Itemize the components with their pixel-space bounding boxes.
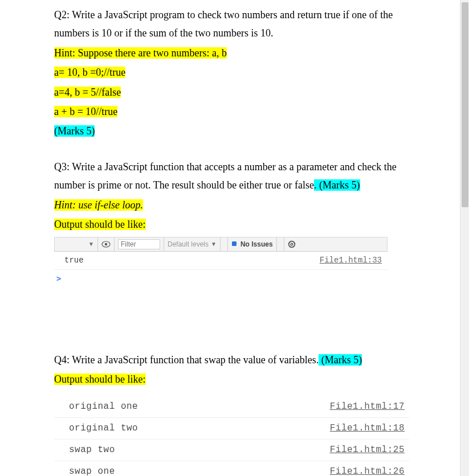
q2-example-1: a= 10, b =0;//true [54, 63, 415, 81]
q2-hint: Hint: Suppose there are two numbers: a, … [54, 44, 415, 62]
console-source-link[interactable]: File1.html:26 [330, 463, 405, 476]
devtools-console-body: true File1.html:33 > [54, 252, 388, 288]
q4-question-text: Q4: Write a JavaScript function that swa… [54, 354, 319, 366]
eye-icon [101, 241, 111, 248]
flag-icon [231, 241, 238, 248]
gear-icon [288, 240, 296, 248]
console-log-row: original two File1.html:18 [54, 418, 409, 440]
console-source-link[interactable]: File1.html:25 [330, 442, 405, 458]
devtools-console-body: original one File1.html:17 original two … [54, 396, 409, 476]
log-levels-dropdown[interactable]: Default levels ▼ [164, 239, 220, 251]
console-log-row: true File1.html:33 [54, 252, 388, 270]
q3-hint-text: Hint: use if-else loop. [54, 199, 143, 211]
q4-marks-text: (Marks 5) [319, 354, 362, 366]
console-source-link[interactable]: File1.html:17 [330, 399, 405, 415]
console-message: original one [69, 399, 138, 415]
issues-indicator[interactable]: No Issues [228, 239, 276, 251]
settings-button[interactable] [284, 237, 299, 251]
q3-output-label-text: Output should be like: [54, 219, 146, 230]
q2-example-3: a + b = 10//true [54, 102, 415, 121]
q2-marks: (Marks 5) [54, 122, 415, 140]
console-message: original two [69, 420, 138, 437]
q2-example-3-text: a + b = 10//true [54, 106, 117, 117]
q4-output-label-text: Output should be like: [54, 374, 146, 385]
console-message: swap two [69, 442, 115, 458]
console-source-link[interactable]: File1.html:18 [330, 420, 405, 437]
toolbar-divider [220, 237, 228, 251]
console-log-row: original one File1.html:17 [54, 396, 409, 418]
console-message: swap one [69, 463, 115, 476]
console-prompt[interactable]: > [54, 270, 388, 288]
log-levels-label: Default levels [168, 239, 209, 251]
q3-output-label: Output should be like: [54, 215, 415, 233]
console-log-row: swap two File1.html:25 [54, 440, 409, 461]
filter-input[interactable] [118, 239, 160, 249]
svg-rect-2 [232, 241, 236, 246]
scrollbar-thumb[interactable] [462, 2, 468, 207]
q3-marks-text: . (Marks 5) [314, 179, 360, 191]
svg-point-4 [291, 243, 293, 245]
vertical-scrollbar[interactable] [460, 0, 469, 476]
toolbar-divider [276, 237, 284, 251]
console-source-link[interactable]: File1.html:33 [320, 253, 382, 268]
q2-example-2-text: a=4, b = 5//false [54, 87, 121, 98]
q2-example-1-text: a= 10, b =0;//true [54, 67, 125, 78]
q3-hint: Hint: use if-else loop. [54, 196, 415, 214]
console-message: true [64, 253, 84, 268]
q4-question: Q4: Write a JavaScript function that swa… [54, 351, 415, 369]
toolbar-filter-seg [115, 237, 164, 251]
chevron-down-icon: ▼ [88, 239, 94, 249]
toolbar-context-dropdown[interactable]: ▼ [57, 237, 98, 251]
toolbar-eye-button[interactable] [98, 237, 115, 251]
issues-label: No Issues [240, 239, 273, 251]
q2-example-2: a=4, b = 5//false [54, 83, 415, 101]
svg-point-1 [105, 243, 107, 245]
q3-question: Q3: Write a JavaScript function that acc… [54, 158, 415, 195]
q2-hint-text: Hint: Suppose there are two numbers: a, … [54, 47, 227, 59]
document-page: Q2: Write a JavaScript program to check … [0, 0, 469, 476]
q2-marks-text: (Marks 5) [54, 125, 95, 137]
console-log-row: swap one File1.html:26 [54, 461, 409, 476]
spacer [54, 142, 415, 158]
q4-output-label: Output should be like: [54, 370, 415, 388]
devtools-console-toolbar: ▼ Default levels ▼ No Issues [54, 237, 388, 252]
chevron-down-icon: ▼ [211, 239, 217, 249]
spacer [54, 288, 415, 351]
q2-question: Q2: Write a JavaScript program to check … [54, 6, 415, 43]
